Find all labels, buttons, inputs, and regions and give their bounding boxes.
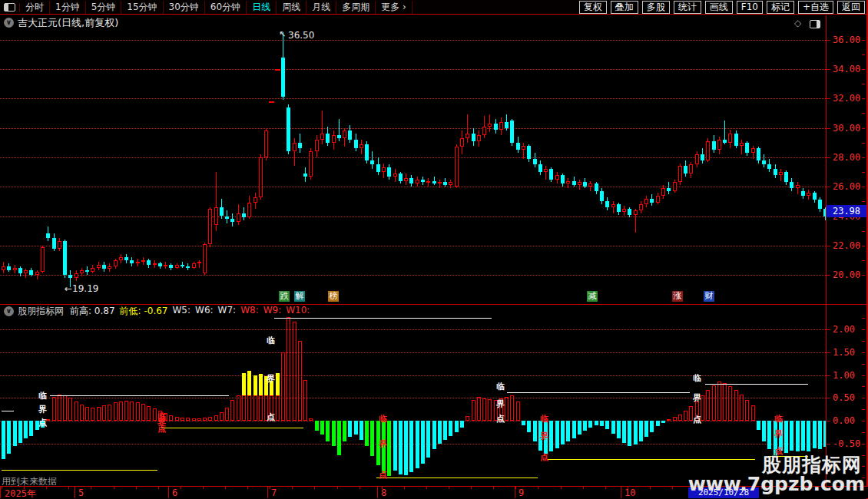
indicator-bar-green — [337, 421, 341, 455]
toolbar-button-F10[interactable]: F10 — [737, 1, 763, 14]
indicator-bar-green — [326, 421, 330, 441]
indicator-bar-red — [192, 418, 196, 421]
indicator-bar-cyan — [416, 421, 419, 468]
candle-body-down — [790, 182, 793, 188]
candle-body-down — [561, 175, 565, 183]
period-tab-60分钟[interactable]: 60分钟 — [205, 1, 247, 14]
indicator-bar-red — [75, 402, 78, 421]
indicator-gridline — [0, 375, 826, 376]
period-tab-周线[interactable]: 周线 — [277, 1, 306, 14]
indicator-bar-red — [225, 408, 229, 421]
candle-wick — [780, 169, 781, 180]
indicator-field: W9: — [263, 305, 282, 318]
last-price-badge: 23.98 — [827, 205, 866, 217]
candlestick-chart-panel[interactable] — [0, 31, 826, 304]
candle-body-up — [644, 199, 648, 205]
critical-point-label: 界 — [540, 432, 548, 441]
indicator-bar-cyan — [527, 421, 531, 432]
period-tab-1分钟[interactable]: 1分钟 — [50, 1, 86, 14]
toolbar-button-返回[interactable]: 返回 — [837, 1, 865, 14]
period-tab-分时[interactable]: 分时 — [20, 1, 50, 14]
label-badge-涨: 涨 — [672, 291, 683, 302]
candle-body-down — [684, 166, 687, 173]
toolbar-button-画线[interactable]: 画线 — [705, 1, 733, 14]
candle-body-down — [516, 143, 520, 150]
indicator-bar-red — [124, 401, 128, 421]
candle-body-down — [29, 270, 33, 275]
chart-title-bar: ∨ 吉大正元(日线,前复权) — [0, 15, 826, 31]
indicator-bar-red — [52, 397, 56, 421]
toolbar-button-复权[interactable]: 复权 — [579, 1, 607, 14]
candle-body-down — [52, 238, 56, 248]
candle-body-up — [293, 143, 297, 151]
indicator-minor-tick — [862, 352, 865, 353]
period-tab-月线[interactable]: 月线 — [306, 1, 336, 14]
month-separator — [621, 487, 621, 498]
indicator-bar-cyan — [460, 421, 464, 428]
candle-body-up — [661, 188, 665, 196]
indicator-bar-cyan — [807, 421, 810, 451]
candle-body-down — [712, 141, 716, 150]
critical-point-label: 临 — [693, 374, 701, 382]
candle-body-down — [527, 146, 531, 159]
toolbar-button-叠加[interactable]: 叠加 — [611, 1, 638, 14]
price-gridline — [0, 128, 826, 129]
window-layout-icon-fill — [5, 4, 8, 11]
panel-split-icon-fill — [817, 21, 820, 28]
toolbar-button-多股[interactable]: 多股 — [642, 1, 670, 14]
indicator-chevron-down-icon[interactable]: ∨ — [4, 306, 14, 316]
indicator-bar-red — [740, 395, 744, 421]
diamond-icon[interactable]: ◇ — [794, 18, 801, 28]
resistance-line — [507, 392, 690, 393]
candle-body-down — [337, 135, 341, 138]
price-minor-tick — [862, 201, 865, 202]
indicator-bar-cyan — [24, 421, 28, 438]
indicator-minor-tick — [862, 444, 865, 444]
indicator-bar-cyan — [561, 421, 565, 444]
candle-body-down — [510, 121, 514, 143]
chevron-down-icon[interactable]: ∨ — [4, 18, 14, 28]
indicator-chart-panel[interactable]: 临界点临界点临界点临界点临界点临界点临界点临界点 — [0, 317, 826, 486]
price-tick — [827, 98, 830, 99]
price-tick — [827, 128, 830, 129]
indicator-bar-red — [58, 395, 61, 421]
period-tab-15分钟[interactable]: 15分钟 — [121, 1, 163, 14]
candle-body-down — [68, 275, 72, 278]
candle-body-up — [751, 148, 755, 153]
price-axis: 36.0034.0032.0030.0028.0026.0024.0022.00… — [826, 31, 866, 304]
candle-body-up — [247, 203, 251, 217]
indicator-bar-cyan — [348, 421, 352, 437]
indicator-bar-red — [712, 385, 716, 421]
layout-toggle-button[interactable] — [0, 3, 20, 12]
price-minor-tick — [862, 84, 865, 84]
time-minor-tick — [538, 487, 538, 489]
panel-split-icon[interactable] — [810, 20, 820, 28]
candle-body-up — [678, 166, 682, 182]
candle-body-up — [555, 175, 559, 180]
indicator-bar-red — [684, 411, 687, 421]
period-tab-5分钟[interactable]: 5分钟 — [86, 1, 122, 14]
toolbar-button-统计[interactable]: 统计 — [674, 1, 701, 14]
month-label-7: 7 — [271, 487, 277, 498]
candle-body-down — [818, 200, 822, 208]
candle-body-up — [2, 266, 5, 271]
time-minor-tick — [561, 487, 562, 489]
time-minor-tick — [247, 487, 248, 489]
price-minor-tick — [862, 157, 865, 158]
period-tab-日线[interactable]: 日线 — [247, 1, 277, 14]
indicator-bar-red — [108, 405, 111, 421]
period-tab-多周期[interactable]: 多周期 — [336, 1, 376, 14]
indicator-minor-tick — [862, 386, 865, 387]
period-tab-30分钟[interactable]: 30分钟 — [164, 1, 205, 14]
indicator-minor-tick — [862, 455, 865, 456]
price-tick-label: 22.00 — [833, 240, 860, 251]
critical-point-label: 临 — [540, 415, 548, 423]
price-tick-label: 32.00 — [833, 93, 860, 104]
candle-body-down — [326, 134, 330, 142]
time-minor-tick — [449, 487, 449, 489]
toolbar-button-标记[interactable]: 标记 — [767, 1, 794, 14]
candle-body-down — [472, 134, 475, 141]
period-tab-更多 ›[interactable]: 更多 › — [376, 1, 412, 14]
indicator-bar-cyan — [628, 421, 631, 446]
toolbar-button-+自选[interactable]: +自选 — [798, 1, 833, 14]
